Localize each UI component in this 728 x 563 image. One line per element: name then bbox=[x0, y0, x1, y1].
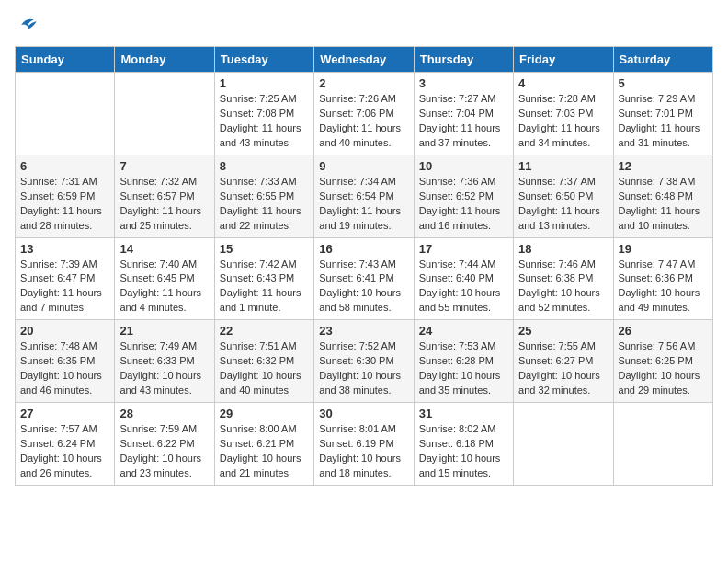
day-number: 9 bbox=[319, 159, 408, 173]
calendar-cell: 29Sunrise: 8:00 AM Sunset: 6:21 PM Dayli… bbox=[214, 403, 313, 486]
calendar-cell: 16Sunrise: 7:43 AM Sunset: 6:41 PM Dayli… bbox=[314, 237, 414, 320]
calendar-cell: 11Sunrise: 7:37 AM Sunset: 6:50 PM Dayli… bbox=[514, 155, 613, 237]
calendar-cell: 6Sunrise: 7:31 AM Sunset: 6:59 PM Daylig… bbox=[16, 155, 115, 237]
calendar-cell: 13Sunrise: 7:39 AM Sunset: 6:47 PM Dayli… bbox=[16, 237, 115, 320]
day-content: Sunrise: 7:38 AM Sunset: 6:48 PM Dayligh… bbox=[619, 175, 708, 234]
calendar-table: SundayMondayTuesdayWednesdayThursdayFrid… bbox=[15, 46, 713, 486]
calendar-cell: 20Sunrise: 7:48 AM Sunset: 6:35 PM Dayli… bbox=[16, 320, 115, 403]
day-content: Sunrise: 7:47 AM Sunset: 6:36 PM Dayligh… bbox=[619, 258, 708, 316]
day-content: Sunrise: 8:01 AM Sunset: 6:19 PM Dayligh… bbox=[319, 422, 408, 481]
calendar-cell: 21Sunrise: 7:49 AM Sunset: 6:33 PM Dayli… bbox=[115, 320, 214, 403]
day-content: Sunrise: 8:02 AM Sunset: 6:18 PM Dayligh… bbox=[419, 422, 508, 481]
calendar-cell: 5Sunrise: 7:29 AM Sunset: 7:01 PM Daylig… bbox=[613, 73, 712, 155]
day-number: 12 bbox=[619, 159, 708, 173]
calendar-cell: 17Sunrise: 7:44 AM Sunset: 6:40 PM Dayli… bbox=[414, 237, 513, 320]
day-content: Sunrise: 7:49 AM Sunset: 6:33 PM Dayligh… bbox=[119, 339, 209, 398]
calendar-week-1: 1Sunrise: 7:25 AM Sunset: 7:08 PM Daylig… bbox=[16, 73, 713, 155]
day-header-tuesday: Tuesday bbox=[214, 47, 313, 73]
day-content: Sunrise: 7:55 AM Sunset: 6:27 PM Dayligh… bbox=[518, 339, 608, 398]
day-number: 21 bbox=[119, 324, 209, 338]
day-number: 3 bbox=[419, 76, 508, 90]
day-header-sunday: Sunday bbox=[16, 47, 115, 73]
calendar-cell: 1Sunrise: 7:25 AM Sunset: 7:08 PM Daylig… bbox=[214, 73, 313, 155]
calendar-cell: 9Sunrise: 7:34 AM Sunset: 6:54 PM Daylig… bbox=[314, 155, 414, 237]
calendar-cell bbox=[115, 73, 214, 155]
calendar-week-4: 20Sunrise: 7:48 AM Sunset: 6:35 PM Dayli… bbox=[16, 320, 713, 403]
day-content: Sunrise: 7:53 AM Sunset: 6:28 PM Dayligh… bbox=[419, 339, 508, 398]
calendar-cell: 25Sunrise: 7:55 AM Sunset: 6:27 PM Dayli… bbox=[514, 320, 613, 403]
day-number: 28 bbox=[119, 407, 209, 420]
day-content: Sunrise: 7:28 AM Sunset: 7:03 PM Dayligh… bbox=[518, 92, 608, 151]
day-number: 2 bbox=[319, 76, 408, 90]
day-header-monday: Monday bbox=[115, 47, 214, 73]
calendar-week-3: 13Sunrise: 7:39 AM Sunset: 6:47 PM Dayli… bbox=[16, 237, 713, 320]
calendar-week-5: 27Sunrise: 7:57 AM Sunset: 6:24 PM Dayli… bbox=[16, 403, 713, 486]
calendar-cell bbox=[613, 403, 712, 486]
logo-icon bbox=[15, 15, 40, 35]
day-content: Sunrise: 7:43 AM Sunset: 6:41 PM Dayligh… bbox=[319, 258, 408, 316]
day-content: Sunrise: 7:52 AM Sunset: 6:30 PM Dayligh… bbox=[319, 339, 408, 398]
day-number: 11 bbox=[518, 159, 608, 173]
day-content: Sunrise: 7:42 AM Sunset: 6:43 PM Dayligh… bbox=[220, 258, 309, 316]
day-header-wednesday: Wednesday bbox=[314, 47, 414, 73]
day-content: Sunrise: 7:48 AM Sunset: 6:35 PM Dayligh… bbox=[20, 339, 109, 398]
day-number: 26 bbox=[619, 324, 708, 338]
calendar-cell: 2Sunrise: 7:26 AM Sunset: 7:06 PM Daylig… bbox=[314, 73, 414, 155]
day-number: 4 bbox=[518, 76, 608, 90]
calendar-cell: 4Sunrise: 7:28 AM Sunset: 7:03 PM Daylig… bbox=[514, 73, 613, 155]
calendar-body: 1Sunrise: 7:25 AM Sunset: 7:08 PM Daylig… bbox=[16, 73, 713, 486]
calendar-cell: 24Sunrise: 7:53 AM Sunset: 6:28 PM Dayli… bbox=[414, 320, 513, 403]
calendar-header-row: SundayMondayTuesdayWednesdayThursdayFrid… bbox=[16, 47, 713, 73]
calendar-cell: 22Sunrise: 7:51 AM Sunset: 6:32 PM Dayli… bbox=[214, 320, 313, 403]
calendar-cell: 18Sunrise: 7:46 AM Sunset: 6:38 PM Dayli… bbox=[514, 237, 613, 320]
day-content: Sunrise: 7:46 AM Sunset: 6:38 PM Dayligh… bbox=[518, 258, 608, 316]
day-number: 8 bbox=[220, 159, 309, 173]
day-number: 30 bbox=[319, 407, 408, 420]
day-number: 17 bbox=[419, 242, 508, 256]
day-number: 31 bbox=[419, 407, 508, 420]
calendar-cell: 23Sunrise: 7:52 AM Sunset: 6:30 PM Dayli… bbox=[314, 320, 414, 403]
day-number: 29 bbox=[220, 407, 309, 420]
day-number: 25 bbox=[518, 324, 608, 338]
day-number: 24 bbox=[419, 324, 508, 338]
day-number: 13 bbox=[20, 242, 109, 256]
day-number: 6 bbox=[20, 159, 109, 173]
day-number: 23 bbox=[319, 324, 408, 338]
calendar-cell: 3Sunrise: 7:27 AM Sunset: 7:04 PM Daylig… bbox=[414, 73, 513, 155]
calendar-cell: 28Sunrise: 7:59 AM Sunset: 6:22 PM Dayli… bbox=[115, 403, 214, 486]
day-number: 5 bbox=[619, 76, 708, 90]
day-content: Sunrise: 7:44 AM Sunset: 6:40 PM Dayligh… bbox=[419, 258, 508, 316]
calendar-cell: 7Sunrise: 7:32 AM Sunset: 6:57 PM Daylig… bbox=[115, 155, 214, 237]
day-content: Sunrise: 7:27 AM Sunset: 7:04 PM Dayligh… bbox=[419, 92, 508, 151]
day-content: Sunrise: 7:31 AM Sunset: 6:59 PM Dayligh… bbox=[20, 175, 109, 234]
calendar-cell: 19Sunrise: 7:47 AM Sunset: 6:36 PM Dayli… bbox=[613, 237, 712, 320]
day-number: 7 bbox=[119, 159, 209, 173]
calendar-cell: 15Sunrise: 7:42 AM Sunset: 6:43 PM Dayli… bbox=[214, 237, 313, 320]
calendar-cell bbox=[514, 403, 613, 486]
day-number: 14 bbox=[119, 242, 209, 256]
day-number: 18 bbox=[518, 242, 608, 256]
day-content: Sunrise: 7:33 AM Sunset: 6:55 PM Dayligh… bbox=[220, 175, 309, 234]
day-number: 10 bbox=[419, 159, 508, 173]
day-content: Sunrise: 7:40 AM Sunset: 6:45 PM Dayligh… bbox=[119, 258, 209, 316]
day-content: Sunrise: 7:32 AM Sunset: 6:57 PM Dayligh… bbox=[119, 175, 209, 234]
day-header-saturday: Saturday bbox=[613, 47, 712, 73]
day-content: Sunrise: 7:57 AM Sunset: 6:24 PM Dayligh… bbox=[20, 422, 109, 481]
calendar-cell: 14Sunrise: 7:40 AM Sunset: 6:45 PM Dayli… bbox=[115, 237, 214, 320]
calendar-cell: 8Sunrise: 7:33 AM Sunset: 6:55 PM Daylig… bbox=[214, 155, 313, 237]
calendar-cell: 31Sunrise: 8:02 AM Sunset: 6:18 PM Dayli… bbox=[414, 403, 513, 486]
day-content: Sunrise: 7:59 AM Sunset: 6:22 PM Dayligh… bbox=[119, 422, 209, 481]
day-content: Sunrise: 7:56 AM Sunset: 6:25 PM Dayligh… bbox=[619, 339, 708, 398]
day-content: Sunrise: 7:26 AM Sunset: 7:06 PM Dayligh… bbox=[319, 92, 408, 151]
page-header bbox=[15, 15, 713, 35]
day-content: Sunrise: 7:34 AM Sunset: 6:54 PM Dayligh… bbox=[319, 175, 408, 234]
day-content: Sunrise: 8:00 AM Sunset: 6:21 PM Dayligh… bbox=[220, 422, 309, 481]
calendar-cell: 12Sunrise: 7:38 AM Sunset: 6:48 PM Dayli… bbox=[613, 155, 712, 237]
calendar-cell: 26Sunrise: 7:56 AM Sunset: 6:25 PM Dayli… bbox=[613, 320, 712, 403]
calendar-cell bbox=[16, 73, 115, 155]
day-header-thursday: Thursday bbox=[414, 47, 513, 73]
logo bbox=[15, 15, 44, 35]
calendar-cell: 27Sunrise: 7:57 AM Sunset: 6:24 PM Dayli… bbox=[16, 403, 115, 486]
day-number: 19 bbox=[619, 242, 708, 256]
day-content: Sunrise: 7:51 AM Sunset: 6:32 PM Dayligh… bbox=[220, 339, 309, 398]
